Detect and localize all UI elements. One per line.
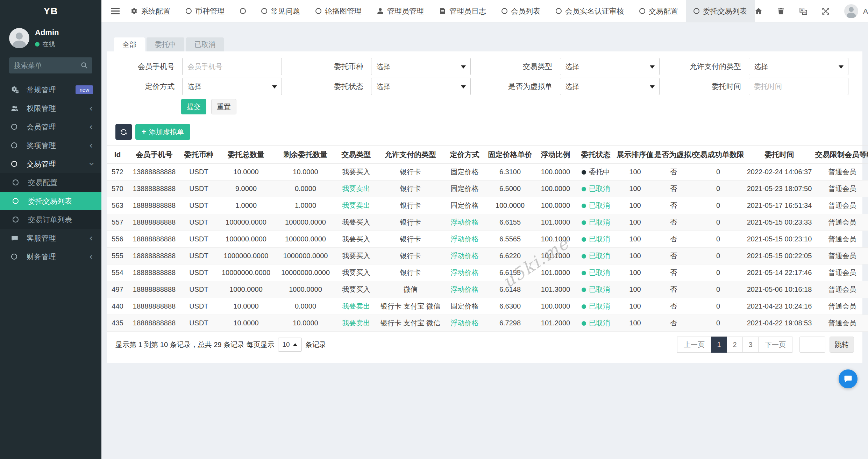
page-tabs: 全部委托中已取消 [107,37,862,51]
row-virtual: 否 [654,197,693,214]
user-menu[interactable]: Admin [844,4,868,18]
page-button-2[interactable]: 2 [727,337,743,353]
row-total: 1.0000 [217,197,275,214]
log-icon [439,8,446,14]
user-name: Admin [35,28,59,37]
row-total: 9.0000 [217,181,275,197]
column-header-0: Id [107,146,128,164]
filter-select-委托币种[interactable]: 选择 [371,58,471,75]
row-sort: 100 [616,181,654,197]
tab-全部[interactable]: 全部 [114,37,145,51]
row-pricing: 浮动价格 [444,281,485,298]
topnav-tab-常见问题[interactable]: 常见问题 [254,0,308,22]
row-grade: 普通会员 [815,281,868,298]
topnav-tab-blank[interactable] [232,0,254,22]
tab-已取消[interactable]: 已取消 [186,37,224,51]
tab-委托中[interactable]: 委托中 [147,37,184,51]
prev-page-button[interactable]: 上一页 [677,337,711,353]
topnav-tab-会员列表[interactable]: 会员列表 [494,0,548,22]
topnav-tab-管理员日志[interactable]: 管理员日志 [432,0,494,22]
row-remain: 1000000.0000 [275,248,336,264]
reset-button[interactable]: 重置 [211,99,236,114]
row-success-limit: 0 [693,164,744,181]
chat-widget-button[interactable] [839,369,858,388]
topnav-tab-交易配置[interactable]: 交易配置 [632,0,686,22]
row-coin: USDT [180,281,217,298]
top-navbar: 系统配置币种管理常见问题轮播图管理管理员管理管理员日志会员列表会员实名认证审核交… [101,0,868,22]
filter-input-委托时间[interactable] [754,83,843,91]
filter-select-交易类型[interactable]: 选择 [560,58,660,75]
translate-icon[interactable]: A文 [799,7,807,15]
filter-input-会员手机号[interactable] [187,63,277,71]
topnav-tab-轮播图管理[interactable]: 轮播图管理 [308,0,369,22]
row-trade-type: 我要卖出 [336,298,376,315]
sidebar-item-财务管理[interactable]: 财务管理‹ [0,247,101,266]
sidebar-subitem-交易配置[interactable]: 交易配置 [0,173,101,192]
row-id: 557 [107,214,128,231]
row-time: 2022-02-24 14:06:37 [744,164,815,181]
row-status: 已取消 [576,181,616,197]
app-logo: YB [0,0,101,22]
row-id: 572 [107,164,128,181]
table-row: 55718888888888USDT100000.0000100000.0000… [107,214,868,231]
row-phone: 13888888888 [128,181,180,197]
sidebar-item-会员管理[interactable]: 会员管理‹ [0,118,101,136]
sidebar-subitem-交易订单列表[interactable]: 交易订单列表 [0,210,101,229]
row-pay-types: 银行卡 [376,248,444,264]
sidebar-subitem-委托交易列表[interactable]: 委托交易列表 [0,192,101,210]
user-status-label: 在线 [42,40,55,48]
jump-button[interactable]: 跳转 [830,337,854,353]
next-page-button[interactable]: 下一页 [758,337,792,353]
hamburger-menu-icon[interactable] [108,0,123,22]
search-input[interactable] [9,57,92,73]
topnav-tab-系统配置[interactable]: 系统配置 [123,0,178,22]
status-dot-icon [582,304,586,309]
topnav-tab-管理员管理[interactable]: 管理员管理 [369,0,432,22]
topnav-right: A文 Admin [755,0,868,22]
row-pay-types: 银行卡 [376,264,444,281]
topnav-tabs: 系统配置币种管理常见问题轮播图管理管理员管理管理员日志会员列表会员实名认证审核交… [123,0,755,22]
table-row: 44018888888888USDT10.00000.0000我要卖出银行卡 支… [107,298,868,315]
row-remain: 10.0000 [275,315,336,332]
row-virtual: 否 [654,248,693,264]
row-status: 已取消 [576,315,616,332]
row-ratio: 100.0000 [535,164,576,181]
row-coin: USDT [180,197,217,214]
chevron-down-icon: ‹ [86,162,96,166]
column-header-6: 允许支付的类型 [376,146,444,164]
page-button-1[interactable]: 1 [711,337,727,353]
filter-select-定价方式[interactable]: 选择 [182,78,282,95]
topnav-tab-委托交易列表[interactable]: 委托交易列表 [686,0,755,22]
filter-label: 委托时间 [674,82,749,91]
trash-icon[interactable] [777,7,785,15]
filter-select-委托状态[interactable]: 选择 [371,78,471,95]
sidebar-item-客服管理[interactable]: 客服管理‹ [0,229,101,247]
filter-select-是否为虚拟单[interactable]: 选择 [560,78,660,95]
row-success-limit: 0 [693,231,744,248]
sidebar-item-奖项管理[interactable]: 奖项管理‹ [0,136,101,155]
topnav-tab-会员实名认证审核[interactable]: 会员实名认证审核 [548,0,632,22]
sidebar-item-交易管理[interactable]: 交易管理‹ [0,155,101,173]
sidebar-item-常规管理[interactable]: 常规管理new [0,80,101,99]
home-icon[interactable] [755,7,762,15]
refresh-button[interactable] [115,124,132,140]
table-header-row: Id会员手机号委托币种委托总数量剩余委托数量交易类型允许支付的类型定价方式固定价… [107,146,868,164]
submit-button[interactable]: 提交 [181,99,206,114]
sidebar-item-权限管理[interactable]: 权限管理‹ [0,99,101,118]
row-price: 6.7298 [485,315,535,332]
topnav-tab-币种管理[interactable]: 币种管理 [178,0,232,22]
topnav-tab-label: 管理员日志 [449,6,486,16]
row-sort: 100 [616,248,654,264]
jump-page-input[interactable] [799,337,825,353]
pagination-summary-suffix: 条记录 [305,340,326,349]
row-ratio: 100.0000 [535,197,576,214]
add-virtual-order-button[interactable]: + 添加虚拟单 [135,124,190,140]
filter-select-允许支付的类型[interactable]: 选择 [749,58,848,75]
page-button-3[interactable]: 3 [742,337,759,353]
row-grade: 普通会员 [815,264,868,281]
row-time: 2021-05-15 00:23:33 [744,214,815,231]
row-pricing: 浮动价格 [444,315,485,332]
page-size-dropdown[interactable]: 10 [278,338,302,352]
users-icon [11,105,22,112]
fullscreen-icon[interactable] [822,7,830,15]
